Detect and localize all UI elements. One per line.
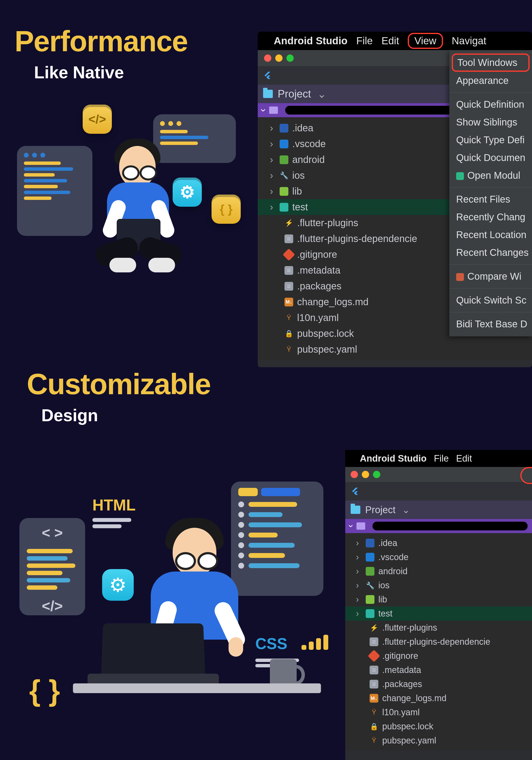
subheading-design: Design xyxy=(41,406,210,425)
tree-item-l10n[interactable]: Ÿl10n.yaml xyxy=(345,705,532,719)
close-window-button[interactable] xyxy=(264,55,271,62)
project-name-redacted xyxy=(373,522,528,530)
gear-icon: ⚙ xyxy=(102,569,134,601)
project-label: Project xyxy=(278,88,311,100)
subheading-like-native: Like Native xyxy=(34,63,188,82)
menu-edit[interactable]: Edit xyxy=(456,453,472,464)
tree-item-idea[interactable]: ›.idea xyxy=(345,536,532,550)
tree-item-metadata[interactable]: ≡.metadata xyxy=(345,663,532,677)
flutter-icon[interactable] xyxy=(263,71,272,80)
tree-item-flutter-plugins-dep[interactable]: ≡.flutter-plugins-dependencie xyxy=(345,635,532,649)
folder-icon xyxy=(269,107,278,114)
folder-icon xyxy=(356,522,365,530)
developer-avatar-desk xyxy=(131,508,253,703)
html-decorative-lines xyxy=(92,516,131,531)
dropdown-bidi[interactable]: Bidi Text Base D xyxy=(449,315,532,333)
dropdown-show-siblings[interactable]: Show Siblings xyxy=(449,113,532,131)
window-traffic-lights xyxy=(345,467,532,482)
chevron-down-icon: ⌄ xyxy=(402,504,410,515)
dropdown-quick-type[interactable]: Quick Type Defi xyxy=(449,131,532,149)
braces-icon xyxy=(211,195,241,224)
html-label: HTML xyxy=(92,496,136,514)
tool-iconbar xyxy=(345,482,532,500)
project-root-row[interactable]: › xyxy=(345,519,532,533)
laptop-icon xyxy=(88,623,219,691)
app-title[interactable]: Android Studio xyxy=(274,35,347,47)
tree-item-changelogs[interactable]: M↓change_logs.md xyxy=(345,691,532,705)
css-label: CSS xyxy=(255,635,288,653)
dropdown-tool-windows-highlighted[interactable]: Tool Windows xyxy=(452,54,530,72)
project-tree: ›.idea ›.vscode ›android ›🔧ios ›lib ›tes… xyxy=(345,533,532,750)
braces-icon: { } xyxy=(29,674,60,707)
tree-item-packages[interactable]: ≡.packages xyxy=(345,677,532,691)
project-label: Project xyxy=(365,504,396,515)
maximize-window-button[interactable] xyxy=(287,55,294,62)
tree-item-pubspec-lock[interactable]: 🔒pubspec.lock xyxy=(345,719,532,734)
code-card-left xyxy=(17,146,92,236)
view-menu-dropdown: Tool Windows Appearance Quick Definition… xyxy=(449,50,532,336)
dropdown-recent-changes[interactable]: Recent Changes xyxy=(449,244,532,261)
section-customizable: Customizable Design xyxy=(27,367,210,425)
dropdown-compare-with[interactable]: Compare Wi xyxy=(449,267,532,285)
signal-bars-icon xyxy=(301,635,328,650)
coffee-mug-icon xyxy=(270,659,297,686)
macos-menubar: Android Studio File Edit xyxy=(345,450,532,467)
android-studio-screenshot-1: Android Studio File Edit View Navigat Pr… xyxy=(258,32,532,367)
dropdown-open-module[interactable]: Open Modul xyxy=(449,166,532,184)
flutter-icon[interactable] xyxy=(351,487,359,496)
minimize-window-button[interactable] xyxy=(275,55,283,62)
android-studio-screenshot-2: Android Studio File Edit Project ⌄ › ›.i… xyxy=(345,450,532,760)
tree-item-flutter-plugins[interactable]: ⚡.flutter-plugins xyxy=(345,621,532,635)
menu-edit[interactable]: Edit xyxy=(381,35,399,47)
dropdown-appearance[interactable]: Appearance xyxy=(449,72,532,89)
dropdown-recent-location[interactable]: Recent Location xyxy=(449,226,532,244)
project-folder-icon xyxy=(263,90,273,98)
dropdown-recent-files[interactable]: Recent Files xyxy=(449,190,532,208)
close-window-button[interactable] xyxy=(351,471,358,478)
module-icon xyxy=(456,172,464,180)
menu-view-highlighted[interactable]: View xyxy=(408,33,443,49)
tree-item-pubspec-yaml[interactable]: Ÿpubspec.yaml xyxy=(258,342,532,357)
minimize-window-button[interactable] xyxy=(362,471,369,478)
project-folder-icon xyxy=(351,505,360,514)
macos-menubar: Android Studio File Edit View Navigat xyxy=(258,32,532,50)
developer-illustration-1 xyxy=(17,105,245,294)
app-title[interactable]: Android Studio xyxy=(360,453,426,464)
code-icon xyxy=(83,105,112,134)
code-panel-left: < > </> xyxy=(20,518,85,615)
developer-illustration-2: < > </> HTML ⚙ CSS { } xyxy=(10,472,340,744)
tree-item-gitignore[interactable]: .gitignore xyxy=(345,649,532,663)
menu-file[interactable]: File xyxy=(356,35,373,47)
code-close-tag-icon: </> xyxy=(42,597,63,614)
tree-item-pubspec-yaml[interactable]: Ÿpubspec.yaml xyxy=(345,734,532,748)
dropdown-recently-changed[interactable]: Recently Chang xyxy=(449,208,532,226)
section-performance: Performance Like Native xyxy=(15,24,188,82)
chevron-down-icon: › xyxy=(258,109,269,112)
heading-performance: Performance xyxy=(15,24,188,58)
dropdown-quick-definition[interactable]: Quick Definition xyxy=(449,96,532,113)
dropdown-quick-doc[interactable]: Quick Documen xyxy=(449,149,532,166)
desk xyxy=(73,684,321,693)
code-open-tag-icon: < > xyxy=(42,524,63,541)
menu-file[interactable]: File xyxy=(434,453,449,464)
developer-avatar-sitting xyxy=(90,131,182,287)
maximize-window-button[interactable] xyxy=(373,471,380,478)
dropdown-quick-switch[interactable]: Quick Switch Sc xyxy=(449,291,532,309)
tree-item-lib[interactable]: ›lib xyxy=(345,593,532,606)
tree-item-android[interactable]: ›android xyxy=(345,564,532,578)
chevron-down-icon: ⌄ xyxy=(317,88,326,100)
tree-item-ios[interactable]: ›🔧ios xyxy=(345,578,532,593)
project-tool-window-header[interactable]: Project ⌄ xyxy=(345,500,532,519)
chevron-down-icon: › xyxy=(346,525,356,528)
compare-icon xyxy=(456,273,464,281)
heading-customizable: Customizable xyxy=(27,367,210,401)
menu-navigate[interactable]: Navigat xyxy=(452,35,486,47)
tree-item-test-selected[interactable]: ›test xyxy=(345,606,532,621)
tree-item-vscode[interactable]: ›.vscode xyxy=(345,550,532,564)
